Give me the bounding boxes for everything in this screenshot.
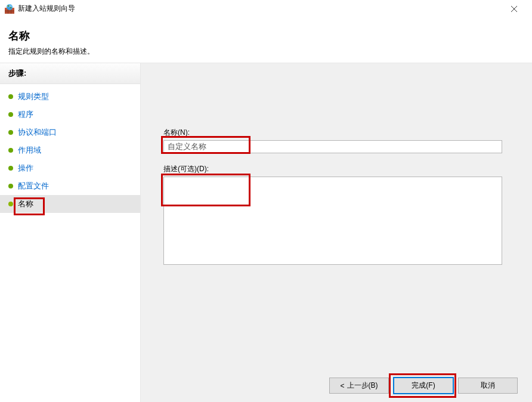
page-title: 名称 — [8, 29, 524, 43]
steps-list: 规则类型 程序 协议和端口 作用域 操作 配置文件 — [0, 84, 140, 217]
step-program[interactable]: 程序 — [0, 106, 140, 123]
desc-field-group: 描述(可选)(D): — [163, 164, 502, 267]
wizard-main: 名称(N): 描述(可选)(D): < 上一步(B) 完成(F) 取消 — [140, 63, 532, 402]
bullet-icon — [8, 94, 13, 99]
step-label: 配置文件 — [18, 181, 49, 191]
step-label: 操作 — [18, 163, 33, 174]
desc-label: 描述(可选)(D): — [163, 164, 502, 174]
desc-input[interactable] — [163, 177, 502, 265]
bullet-icon — [8, 184, 13, 188]
wizard-header: 名称 指定此规则的名称和描述。 — [0, 18, 532, 63]
step-label: 协议和端口 — [18, 127, 57, 138]
wizard-footer: < 上一步(B) 完成(F) 取消 — [329, 378, 518, 394]
svg-rect-4 — [5, 11, 14, 11]
back-button-label: 上一步(B) — [347, 381, 378, 391]
name-field-group: 名称(N): — [163, 128, 502, 153]
name-label: 名称(N): — [163, 128, 502, 138]
step-label: 程序 — [18, 109, 33, 120]
titlebar: 新建入站规则向导 — [0, 0, 532, 18]
svg-point-6 — [7, 5, 9, 6]
step-scope[interactable]: 作用域 — [0, 141, 140, 159]
steps-sidebar: 步骤: 规则类型 程序 协议和端口 作用域 操作 — [0, 63, 140, 402]
cancel-button[interactable]: 取消 — [458, 378, 518, 394]
finish-button[interactable]: 完成(F) — [394, 378, 453, 394]
bullet-icon — [8, 148, 13, 153]
firewall-icon — [5, 4, 14, 14]
page-subtitle: 指定此规则的名称和描述。 — [8, 47, 524, 57]
svg-point-7 — [10, 7, 12, 8]
window-title: 新建入站规则向导 — [18, 4, 501, 14]
step-protocol-port[interactable]: 协议和端口 — [0, 123, 140, 141]
bullet-icon — [8, 202, 13, 206]
cancel-button-label: 取消 — [481, 381, 495, 391]
step-action[interactable]: 操作 — [0, 159, 140, 177]
steps-header: 步骤: — [0, 63, 140, 84]
step-rule-type[interactable]: 规则类型 — [0, 88, 140, 106]
name-input[interactable] — [163, 140, 502, 153]
chevron-left-icon: < — [340, 382, 344, 390]
back-button[interactable]: < 上一步(B) — [329, 378, 389, 394]
step-name[interactable]: 名称 — [0, 195, 140, 213]
finish-button-label: 完成(F) — [412, 381, 435, 391]
bullet-icon — [8, 112, 13, 117]
bullet-icon — [8, 166, 13, 171]
step-label: 作用域 — [18, 145, 41, 156]
step-profile[interactable]: 配置文件 — [0, 177, 140, 195]
step-label: 名称 — [18, 199, 33, 209]
close-button[interactable] — [501, 0, 527, 18]
step-label: 规则类型 — [18, 91, 49, 102]
bullet-icon — [8, 130, 13, 135]
